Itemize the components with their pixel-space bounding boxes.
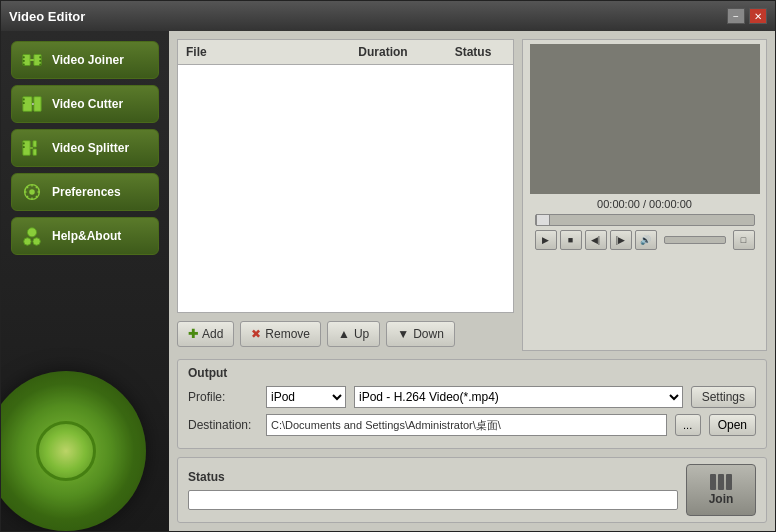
svg-rect-16 [33, 149, 37, 155]
preview-controls: ▶ ■ ◀| |▶ 🔊 □ [535, 230, 755, 250]
close-button[interactable]: ✕ [749, 8, 767, 24]
seek-thumb[interactable] [536, 214, 550, 226]
sidebar-item-label: Preferences [52, 185, 121, 199]
sidebar-item-label: Video Cutter [52, 97, 123, 111]
down-icon: ▼ [397, 327, 409, 341]
status-section: Status Join [177, 457, 767, 523]
add-button[interactable]: ✚ Add [177, 321, 234, 347]
file-list: File Duration Status [177, 39, 514, 313]
video-joiner-icon [20, 48, 44, 72]
file-list-body [178, 65, 513, 312]
svg-rect-15 [33, 141, 37, 147]
status-bar [188, 490, 678, 510]
open-button[interactable]: Open [709, 414, 756, 436]
svg-rect-18 [23, 143, 25, 145]
sidebar-item-label: Help&About [52, 229, 121, 243]
profile-label: Profile: [188, 390, 258, 404]
profile-row: Profile: iPod iPod - H.264 Video(*.mp4) … [188, 386, 756, 408]
play-button[interactable]: ▶ [535, 230, 557, 250]
preview-screen [530, 44, 760, 194]
destination-input[interactable] [266, 414, 667, 436]
svg-rect-4 [23, 60, 25, 62]
film-reel-decoration [1, 341, 171, 531]
file-list-header: File Duration Status [178, 40, 513, 65]
status-section-title: Status [188, 470, 678, 484]
col-file-header: File [178, 43, 333, 61]
svg-point-22 [27, 228, 36, 237]
browse-button[interactable]: ... [675, 414, 701, 436]
top-section: File Duration Status ✚ Add ✖ [177, 39, 767, 351]
sidebar-item-preferences[interactable]: Preferences [11, 173, 159, 211]
destination-row: Destination: ... Open [188, 414, 756, 436]
down-button[interactable]: ▼ Down [386, 321, 455, 347]
svg-point-23 [24, 238, 31, 245]
preferences-icon [20, 180, 44, 204]
next-frame-button[interactable]: |▶ [610, 230, 632, 250]
col-duration-header: Duration [333, 43, 433, 61]
minimize-button[interactable]: − [727, 8, 745, 24]
svg-rect-3 [23, 56, 25, 58]
profile-select-1[interactable]: iPod [266, 386, 346, 408]
seek-bar[interactable] [535, 214, 755, 226]
svg-rect-7 [39, 60, 41, 62]
svg-rect-6 [39, 56, 41, 58]
preview-panel: 00:00:00 / 00:00:00 ▶ ■ ◀| |▶ 🔊 □ [522, 39, 767, 351]
svg-rect-13 [23, 102, 25, 104]
svg-rect-10 [34, 97, 41, 112]
destination-label: Destination: [188, 418, 258, 432]
svg-point-21 [29, 189, 35, 195]
main-content: Video Joiner Video Cutter [1, 31, 775, 531]
help-about-icon [20, 224, 44, 248]
status-left: Status [188, 470, 678, 510]
settings-button[interactable]: Settings [691, 386, 756, 408]
sidebar-item-label: Video Splitter [52, 141, 129, 155]
sidebar-item-video-splitter[interactable]: Video Splitter [11, 129, 159, 167]
svg-rect-12 [23, 99, 25, 101]
volume-button[interactable]: 🔊 [635, 230, 657, 250]
output-section: Output Profile: iPod iPod - H.264 Video(… [177, 359, 767, 449]
title-bar: Video Editor − ✕ [1, 1, 775, 31]
up-icon: ▲ [338, 327, 350, 341]
prev-frame-button[interactable]: ◀| [585, 230, 607, 250]
stop-button[interactable]: ■ [560, 230, 582, 250]
svg-rect-19 [23, 146, 25, 148]
remove-icon: ✖ [251, 327, 261, 341]
title-bar-buttons: − ✕ [727, 8, 767, 24]
profile-select-2[interactable]: iPod - H.264 Video(*.mp4) [354, 386, 683, 408]
sidebar-item-video-cutter[interactable]: Video Cutter [11, 85, 159, 123]
join-icon [710, 474, 732, 490]
join-button[interactable]: Join [686, 464, 756, 516]
col-status-header: Status [433, 43, 513, 61]
main-window: Video Editor − ✕ [0, 0, 776, 532]
sidebar: Video Joiner Video Cutter [1, 31, 169, 531]
file-action-buttons: ✚ Add ✖ Remove ▲ Up ▼ Do [177, 317, 514, 351]
remove-button[interactable]: ✖ Remove [240, 321, 321, 347]
window-title: Video Editor [9, 9, 85, 24]
volume-end-button[interactable]: □ [733, 230, 755, 250]
preview-time: 00:00:00 / 00:00:00 [597, 198, 692, 210]
svg-rect-8 [39, 64, 41, 66]
output-section-title: Output [188, 366, 756, 380]
video-splitter-icon [20, 136, 44, 160]
add-icon: ✚ [188, 327, 198, 341]
video-cutter-icon [20, 92, 44, 116]
volume-slider[interactable] [664, 236, 726, 244]
sidebar-item-video-joiner[interactable]: Video Joiner [11, 41, 159, 79]
right-panel: File Duration Status ✚ Add ✖ [169, 31, 775, 531]
sidebar-item-label: Video Joiner [52, 53, 124, 67]
up-button[interactable]: ▲ Up [327, 321, 380, 347]
svg-point-24 [33, 238, 40, 245]
sidebar-item-help-about[interactable]: Help&About [11, 217, 159, 255]
svg-rect-5 [23, 64, 25, 66]
